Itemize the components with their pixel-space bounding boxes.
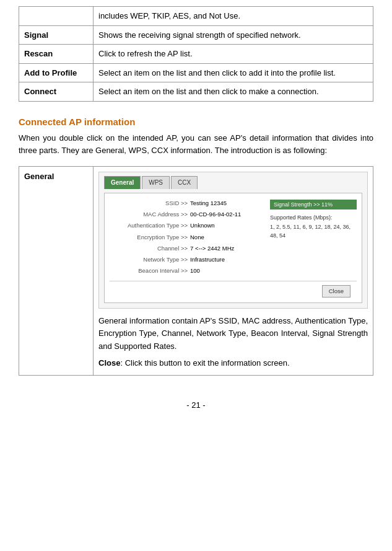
general-description: General information contain AP's SSID, M… <box>98 315 368 353</box>
ap-content-cell: GeneralWPSCCXSSID >>Testing 12345MAC Add… <box>94 167 373 376</box>
mock-tab[interactable]: General <box>104 176 141 189</box>
mock-tab[interactable]: WPS <box>142 176 170 189</box>
mock-field-row: Network Type >>Infrastructure <box>110 255 265 264</box>
mock-field-label: Encryption Type >> <box>110 232 190 242</box>
mock-field-row: Channel >>7 <--> 2442 MHz <box>110 244 265 253</box>
page-number: - 21 - <box>19 400 373 410</box>
table-desc-cell: includes WEP, TKIP, AES, and Not Use. <box>94 7 373 26</box>
mock-field-value: 100 <box>190 266 200 275</box>
mock-field-label: SSID >> <box>110 198 190 208</box>
table-label-cell: Connect <box>19 82 94 102</box>
mock-field-label: Beacon Interval >> <box>110 266 190 275</box>
mock-field-value: 00-CD-96-94-02-11 <box>190 209 241 219</box>
mock-field-row: Beacon Interval >>100 <box>110 266 265 275</box>
mock-field-value: 7 <--> 2442 MHz <box>190 244 234 253</box>
ap-label-cell: General <box>19 167 94 376</box>
info-table: includes WEP, TKIP, AES, and Not Use.Sig… <box>19 6 373 102</box>
table-desc-cell: Select an item on the list and then clic… <box>94 82 373 102</box>
mock-field-label: Channel >> <box>110 244 190 253</box>
table-desc-cell: Click to refresh the AP list. <box>94 45 373 64</box>
mock-tab[interactable]: CCX <box>171 176 198 189</box>
connected-ap-section: Connected AP information When you double… <box>19 117 373 376</box>
mock-field-value: Infrastructure <box>190 255 225 264</box>
mock-field-value: Testing 12345 <box>190 198 227 208</box>
section-intro: When you double click on the intended AP… <box>19 132 373 158</box>
close-label: Close <box>98 358 120 368</box>
screenshot-mockup: GeneralWPSCCXSSID >>Testing 12345MAC Add… <box>98 172 368 309</box>
mock-field-value: None <box>190 232 204 242</box>
mock-field-label: Authentication Type >> <box>110 221 190 230</box>
supported-rates-value: 1, 2, 5.5, 11, 6, 9, 12, 18, 24, 36, 48,… <box>270 223 357 240</box>
close-note-text: : Click this button to exit the informat… <box>120 358 289 368</box>
mock-field-row: Authentication Type >>Unknown <box>110 221 265 230</box>
mock-field-label: Network Type >> <box>110 255 190 264</box>
mock-field-label: MAC Address >> <box>110 209 190 219</box>
table-label-cell: Signal <box>19 25 94 45</box>
signal-badge: Signal Strength >> 11% <box>270 200 357 209</box>
table-desc-cell: Shows the receiving signal strength of s… <box>94 25 373 45</box>
section-heading: Connected AP information <box>19 117 373 127</box>
mock-close-button[interactable]: Close <box>322 285 351 297</box>
mock-field-row: Encryption Type >>None <box>110 232 265 242</box>
mock-field-row: SSID >>Testing 12345 <box>110 198 265 208</box>
mock-field-value: Unknown <box>190 221 215 230</box>
table-empty-cell <box>19 7 94 26</box>
table-label-cell: Add to Profile <box>19 63 94 82</box>
mock-field-row: MAC Address >>00-CD-96-94-02-11 <box>110 209 265 219</box>
close-note: Close: Click this button to exit the inf… <box>98 357 368 370</box>
table-desc-cell: Select an item on the list and then clic… <box>94 63 373 82</box>
ap-table: GeneralGeneralWPSCCXSSID >>Testing 12345… <box>19 166 373 376</box>
table-label-cell: Rescan <box>19 45 94 64</box>
supported-rates-label: Supported Rates (Mbps): <box>270 213 357 222</box>
